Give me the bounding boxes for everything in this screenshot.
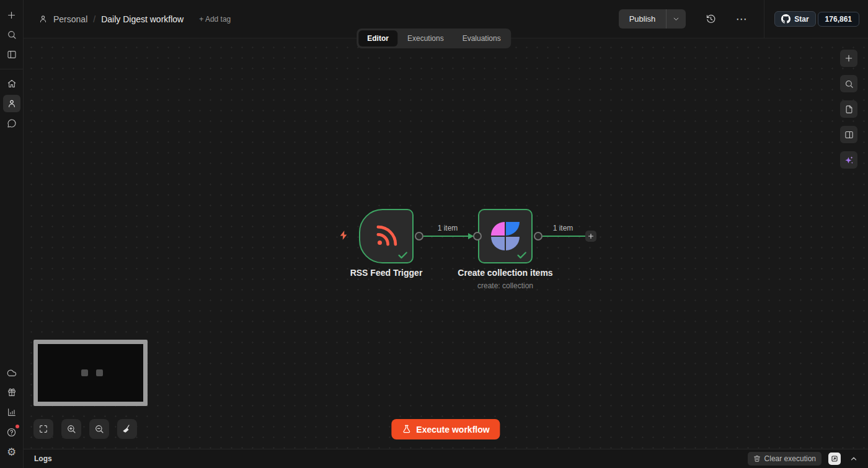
success-check-icon [397, 249, 409, 261]
zoom-out-button[interactable] [89, 419, 109, 439]
connection-item-count: 1 item [553, 224, 574, 232]
tab-evaluations[interactable]: Evaluations [454, 30, 510, 46]
sidebar-divider [0, 69, 24, 69]
logs-title: Logs [34, 454, 52, 463]
expand-logs-button[interactable] [848, 453, 860, 465]
sidebar-item-settings[interactable]: ⚙ [3, 443, 20, 461]
trash-icon [753, 455, 761, 462]
tab-editor[interactable]: Editor [358, 30, 397, 46]
user-icon [7, 99, 17, 108]
open-logs-popout-button[interactable] [828, 453, 841, 465]
broom-icon [122, 424, 132, 434]
panel-right-icon [844, 130, 854, 139]
minimap-node [96, 369, 103, 376]
breadcrumb-separator: / [93, 14, 95, 24]
github-icon [781, 14, 790, 24]
clear-execution-label: Clear execution [764, 454, 816, 463]
toggle-sidebar-button[interactable] [3, 46, 20, 63]
connection-item-count: 1 item [438, 224, 458, 232]
popout-icon [831, 455, 838, 462]
logs-actions: Clear execution [748, 452, 860, 466]
fit-view-button[interactable] [33, 419, 53, 439]
publish-split-button: Publish [619, 9, 686, 29]
n8n-workflow-editor: ⚙ Personal / Daily Digest workflow + Add… [0, 0, 868, 468]
workflow-canvas[interactable]: 1 item 1 item RSS Feed Trigger Create co… [24, 38, 868, 449]
node-create-collection-items[interactable] [478, 209, 533, 263]
chevron-down-icon [672, 15, 680, 23]
workflow-menu-button[interactable]: ⋯ [733, 11, 750, 28]
tidy-up-button[interactable] [117, 419, 137, 439]
rss-icon [373, 223, 399, 249]
workflow-name[interactable]: Daily Digest workflow [101, 14, 184, 24]
node-label-rss: RSS Feed Trigger [350, 268, 423, 278]
help-icon [6, 427, 17, 438]
execute-workflow-button[interactable]: Execute workflow [391, 419, 500, 439]
breadcrumb: Personal / Daily Digest workflow + Add t… [24, 14, 231, 24]
home-icon [7, 79, 17, 89]
collection-node-icon [491, 222, 520, 250]
trigger-bolt-icon [339, 229, 349, 241]
input-port-collection[interactable] [473, 232, 482, 241]
toggle-right-panel-button[interactable] [840, 126, 857, 143]
sidebar-item-whats-new[interactable] [3, 384, 20, 401]
canvas-controls [33, 419, 137, 439]
connection-rss-to-collection[interactable] [423, 236, 473, 237]
add-tag-button[interactable]: + Add tag [199, 15, 231, 24]
output-port-collection[interactable] [534, 232, 542, 241]
plus-icon [587, 232, 595, 240]
minimap-node [81, 369, 88, 376]
success-check-icon [516, 249, 528, 261]
output-port-rss[interactable] [415, 232, 423, 241]
add-node-button[interactable] [840, 50, 857, 67]
breadcrumb-project[interactable]: Personal [53, 14, 87, 24]
node-rss-feed-trigger[interactable] [359, 209, 414, 263]
canvas-minimap[interactable] [33, 340, 148, 406]
plus-icon [844, 53, 854, 63]
github-star-button[interactable]: Star [774, 11, 815, 27]
add-connected-node-button[interactable] [585, 231, 596, 242]
node-label-collection: Create collection items [458, 268, 552, 278]
workflow-history-button[interactable] [702, 11, 719, 28]
github-star-count[interactable]: 176,861 [818, 12, 859, 27]
quadrant-pink [491, 222, 505, 236]
zoom-in-button[interactable] [61, 419, 81, 439]
clear-execution-button[interactable]: Clear execution [748, 452, 822, 466]
publish-button[interactable]: Publish [619, 9, 666, 29]
add-sticky-note-button[interactable] [840, 100, 857, 118]
file-icon [844, 105, 854, 114]
sidebar-item-help[interactable] [3, 423, 20, 441]
sidebar-item-personal[interactable] [3, 95, 20, 112]
history-icon [706, 14, 716, 24]
quadrant-periwinkle-left [491, 237, 505, 250]
canvas-search-button[interactable] [840, 75, 857, 92]
settings-icon: ⚙ [7, 447, 16, 457]
editor-tabs: Editor Executions Evaluations [356, 29, 511, 48]
github-star-widget: Star 176,861 [774, 11, 859, 27]
ai-assistant-button[interactable] [840, 151, 857, 169]
top-bar-divider [764, 0, 764, 38]
person-icon [38, 14, 48, 24]
github-star-label: Star [794, 15, 808, 24]
execute-workflow-label: Execute workflow [416, 425, 489, 435]
notification-dot [16, 425, 19, 428]
flask-icon [402, 425, 411, 434]
logs-panel-header[interactable]: Logs Clear execution [24, 449, 868, 468]
sidebar-search-button[interactable] [3, 26, 20, 43]
new-workflow-button[interactable] [3, 6, 20, 24]
node-sublabel-collection: create: collection [477, 281, 533, 290]
chevron-up-icon [849, 454, 858, 463]
sidebar-item-home[interactable] [3, 75, 20, 92]
publish-dropdown-button[interactable] [666, 9, 686, 29]
cloud-icon [6, 368, 17, 378]
left-sidebar: ⚙ [0, 0, 24, 468]
zoom-out-icon [94, 424, 104, 434]
top-bar-actions: Publish ⋯ Star 176,861 [619, 0, 868, 38]
chat-icon [7, 118, 17, 128]
quadrant-periwinkle-right [506, 237, 520, 250]
canvas-action-buttons [840, 50, 857, 169]
connection-collection-output[interactable] [542, 236, 585, 237]
sidebar-item-chat[interactable] [3, 115, 20, 132]
sidebar-item-insights[interactable] [3, 404, 20, 421]
tab-executions[interactable]: Executions [399, 30, 453, 46]
sidebar-item-cloud[interactable] [3, 364, 20, 381]
